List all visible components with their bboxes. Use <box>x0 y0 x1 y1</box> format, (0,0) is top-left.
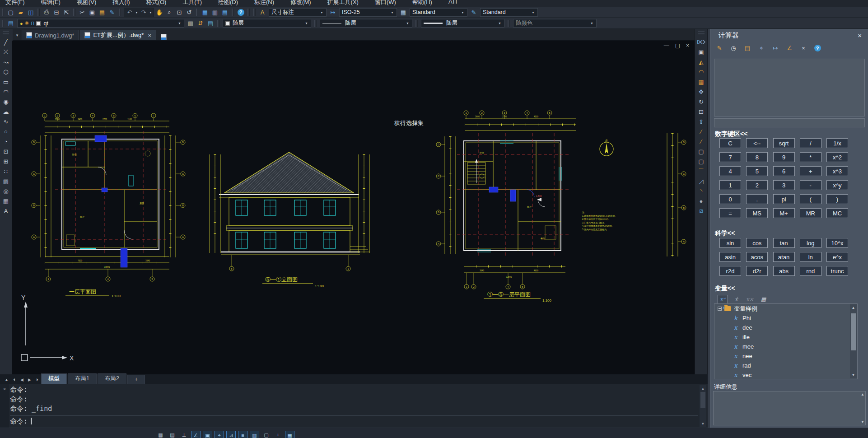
layout-tab[interactable]: 模型 <box>41 373 67 384</box>
calc-button[interactable]: ) <box>826 194 848 204</box>
calc-button[interactable]: * <box>800 152 821 162</box>
menu-item[interactable]: 工具(T) <box>182 0 202 7</box>
dim-style-combo[interactable]: ISO-25▼ <box>339 8 397 17</box>
calculator-history-display[interactable] <box>714 59 865 116</box>
calc-button[interactable]: - <box>800 180 821 190</box>
mirror-icon[interactable]: ◭ <box>695 57 707 67</box>
angle-icon[interactable]: ∠ <box>784 43 795 53</box>
stretch-icon[interactable]: ⇧ <box>695 116 707 126</box>
toolbar-grip[interactable] <box>73 9 75 16</box>
toolbar-grip[interactable] <box>698 31 705 34</box>
sci-button[interactable]: r2d <box>719 266 741 276</box>
bulb-icon[interactable]: ● <box>20 21 23 26</box>
restore-icon[interactable]: ▢ <box>675 42 680 49</box>
layer-states-icon[interactable]: ⇵ <box>196 19 205 28</box>
calc-button[interactable]: 4 <box>719 166 741 176</box>
sci-button[interactable]: log <box>800 238 821 248</box>
layout-tab[interactable]: 布局1 <box>68 373 97 384</box>
menu-item[interactable]: 帮助(H) <box>412 0 432 7</box>
calc-button[interactable]: MR <box>800 208 821 218</box>
polyline-icon[interactable]: ↝ <box>0 57 12 67</box>
scrollbar-thumb[interactable] <box>700 392 705 408</box>
command-scrollbar[interactable]: ▲ ▼ <box>700 385 706 427</box>
hatch-icon[interactable]: ▨ <box>0 176 12 186</box>
circle-icon[interactable]: ◉ <box>0 97 12 107</box>
scale-icon[interactable]: ⊡ <box>695 107 707 116</box>
layout-nav-icon[interactable]: ⏵ <box>33 376 41 384</box>
intersection-icon[interactable]: × <box>798 43 809 53</box>
chevron-down-icon[interactable]: ▼ <box>135 11 139 14</box>
variable-row[interactable]: xille <box>714 332 857 342</box>
sci-button[interactable]: sin <box>719 238 741 248</box>
tab-list-dropdown-icon[interactable]: ▼ <box>13 30 22 40</box>
menu-item[interactable]: 视图(V) <box>77 0 96 7</box>
menu-item[interactable]: ATI <box>448 0 457 7</box>
copy-icon[interactable]: ▣ <box>87 8 97 17</box>
calc-button[interactable]: 2 <box>746 180 768 190</box>
calc-mode-icon[interactable]: ▦ <box>758 295 769 304</box>
create-block-icon[interactable]: ⊞ <box>0 156 12 166</box>
distance-icon[interactable]: ↦ <box>770 43 781 53</box>
undo-icon[interactable]: ↶ <box>125 8 135 17</box>
close-icon[interactable]: × <box>148 32 151 39</box>
sci-button[interactable]: 10^x <box>826 238 848 248</box>
join-icon[interactable]: ⌒ <box>695 166 707 176</box>
panel-close-icon[interactable]: × <box>858 32 862 39</box>
new-document-icon[interactable] <box>161 34 167 40</box>
calc-button[interactable]: 3 <box>773 180 795 190</box>
clear-icon[interactable]: ✎ <box>714 43 725 53</box>
calc-button[interactable]: ( <box>800 194 821 204</box>
match-properties-icon[interactable]: ✎ <box>107 8 117 17</box>
scroll-up-icon[interactable]: ▲ <box>861 392 864 396</box>
revision-cloud-icon[interactable]: ☁ <box>0 107 12 116</box>
construction-line-icon[interactable]: ⤫ <box>0 47 12 57</box>
sci-button[interactable]: tan <box>773 238 795 248</box>
calc-button[interactable]: x^3 <box>826 166 848 176</box>
chevron-down-icon[interactable]: ▼ <box>304 22 308 25</box>
layer-properties-icon[interactable]: ▤ <box>6 19 16 28</box>
toolbar-grip[interactable] <box>196 9 198 16</box>
calc-button[interactable]: + <box>800 166 821 176</box>
array-icon[interactable]: ▦ <box>695 77 707 87</box>
calc-button[interactable]: 7 <box>719 152 741 162</box>
calc-button[interactable]: = <box>719 208 741 218</box>
lineweight-combo[interactable]: 随层▼ <box>421 19 504 28</box>
calc-button[interactable]: 5 <box>746 166 768 176</box>
help-icon[interactable]: ? <box>812 43 823 53</box>
sci-button[interactable]: cos <box>746 238 768 248</box>
chevron-down-icon[interactable]: ▼ <box>461 11 465 14</box>
calc-button[interactable]: C <box>719 138 741 148</box>
redo-icon[interactable]: ↷ <box>139 8 149 17</box>
command-area[interactable]: × 命令:命令:命令: _find 命令: ▲ ▼ <box>0 384 708 428</box>
polar-icon[interactable]: ∠ <box>191 431 201 438</box>
calc-button[interactable]: 6 <box>773 166 795 176</box>
snap-icon[interactable]: ▤ <box>168 431 177 438</box>
calculator-icon[interactable]: ▦ <box>200 8 210 17</box>
calc-button[interactable]: MC <box>826 208 848 218</box>
blend-icon[interactable]: ● <box>695 196 707 206</box>
calc-button[interactable]: x^y <box>826 180 848 190</box>
scroll-up-icon[interactable]: ▲ <box>850 304 857 311</box>
calc-button[interactable]: 8 <box>746 152 768 162</box>
toolbar-grip[interactable] <box>253 9 256 16</box>
color-combo[interactable]: 随层▼ <box>223 19 311 28</box>
rectangle-icon[interactable]: ▭ <box>0 77 12 87</box>
scientific-header[interactable]: 科学<< <box>715 229 735 238</box>
lock-icon[interactable]: ⊓ <box>31 20 35 26</box>
publish-icon[interactable]: ⇱ <box>61 8 71 17</box>
sci-button[interactable]: rnd <box>800 266 821 276</box>
erase-icon[interactable]: ⌦ <box>695 37 707 47</box>
scroll-up-icon[interactable]: ▲ <box>700 385 706 391</box>
calc-button[interactable]: <-- <box>746 138 768 148</box>
calc-button[interactable]: / <box>800 138 821 148</box>
command-close-icon[interactable]: × <box>3 386 6 392</box>
fillet-icon[interactable]: ◝ <box>695 186 707 196</box>
sci-button[interactable]: e^x <box>826 252 848 262</box>
edit-variable-icon[interactable]: x́ <box>731 295 742 304</box>
transparency-icon[interactable]: ▥ <box>250 431 259 438</box>
calc-button[interactable]: 0 <box>719 194 741 204</box>
plotstyle-combo[interactable]: 随颜色▼ <box>513 19 597 28</box>
chevron-down-icon[interactable]: ▼ <box>406 22 410 25</box>
data-sheet-icon[interactable]: ▤ <box>220 8 230 17</box>
osnap-icon[interactable]: ▣ <box>203 431 212 438</box>
